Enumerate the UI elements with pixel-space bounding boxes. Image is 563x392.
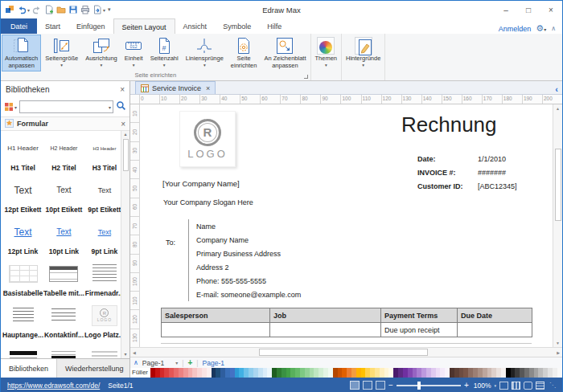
- library-item-h3-titel[interactable]: H3 HeaderH3 Titel: [84, 133, 121, 174]
- search-dropdown-icon[interactable]: ▾: [109, 104, 111, 110]
- scrollbar-thumb[interactable]: [123, 139, 129, 171]
- print-button[interactable]: [80, 5, 90, 14]
- resize-grip[interactable]: ⋱: [549, 382, 556, 389]
- close-document-icon[interactable]: ×: [206, 84, 210, 92]
- edraw-logo-icon[interactable]: [5, 5, 14, 14]
- maximize-button[interactable]: □: [517, 1, 540, 18]
- logo-placeholder[interactable]: R LOGO: [179, 111, 236, 167]
- sidebar-scrollbar[interactable]: ▴ ▾: [121, 131, 129, 358]
- invoice-meta[interactable]: Date:1/1/2010INVOICE #:#######Customer I…: [417, 152, 517, 193]
- ribbon-button-seitenzahl[interactable]: #Seitenzahl▾: [147, 35, 182, 71]
- ribbon-button-ausrichtung[interactable]: Ausrichtung▾: [82, 35, 121, 71]
- menu-tab-symbole[interactable]: Symbole: [215, 18, 259, 34]
- view-normal-icon[interactable]: [350, 381, 360, 390]
- recipient-address-block[interactable]: NameCompany NamePrimary Business Address…: [188, 219, 301, 301]
- export-button[interactable]: ▾: [92, 5, 105, 14]
- horizontal-scrollbar[interactable]: ◀ ▶: [130, 347, 562, 357]
- minimize-button[interactable]: –: [495, 1, 517, 18]
- collapse-right-panel-icon[interactable]: ‹: [555, 84, 562, 94]
- library-item-9pt-link[interactable]: Text9pt Link: [84, 216, 121, 258]
- library-item-12pt-link[interactable]: Text12pt Link: [2, 216, 43, 258]
- scroll-down-icon[interactable]: ▼: [556, 339, 560, 347]
- invoice-title[interactable]: Rechnung: [401, 112, 497, 137]
- company-name-text[interactable]: [Your Company Name]: [162, 179, 240, 188]
- library-item-12pt-etikett[interactable]: Text12pt Etikett: [2, 174, 43, 216]
- scroll-up-icon[interactable]: ▲: [556, 104, 560, 112]
- library-item-10pt-link[interactable]: Text10pt Link: [43, 216, 84, 258]
- ribbon-button-liniensprünge[interactable]: Liniensprünge▾: [183, 35, 227, 71]
- ribbon-button-themen[interactable]: Themen▾: [312, 35, 341, 71]
- document-tab[interactable]: Service Invoice ×: [135, 81, 216, 94]
- website-link[interactable]: https://www.edrawsoft.com/de/: [7, 382, 100, 390]
- page-selector[interactable]: Page-1▾: [142, 359, 178, 367]
- library-item-h1-titel[interactable]: H1 HeaderH1 Titel: [2, 133, 43, 174]
- open-button[interactable]: [56, 5, 66, 14]
- zoom-out-button[interactable]: −: [388, 381, 393, 390]
- settings-gear-icon[interactable]: ⚙▾: [536, 23, 546, 34]
- close-library-icon[interactable]: ×: [121, 120, 125, 129]
- ribbon-button-seite-einrichten[interactable]: Seiteeinrichten: [228, 35, 261, 71]
- library-item-firmenadr[interactable]: Firmenadr...: [84, 258, 121, 300]
- ribbon-button-an-zeichenblatt-anpassen[interactable]: An Zeichenblattanpassen: [261, 35, 309, 71]
- menu-tab-ansicht[interactable]: Ansicht: [175, 18, 216, 34]
- close-button[interactable]: ×: [540, 1, 562, 18]
- zoom-slider[interactable]: [397, 385, 461, 386]
- add-page-button[interactable]: +: [188, 358, 193, 367]
- menu-tab-start[interactable]: Start: [37, 18, 68, 34]
- palette-swatch[interactable]: [557, 368, 562, 378]
- ribbon-button-automatisch-anpassen[interactable]: Automatischanpassen: [2, 35, 41, 71]
- menu-tab-hilfe[interactable]: Hilfe: [259, 18, 290, 34]
- library-item-hauptange[interactable]: Hauptange...: [2, 300, 43, 341]
- view-presentation-icon[interactable]: [376, 381, 385, 390]
- ribbon-button-einheit[interactable]: 012Einheit▾: [121, 35, 146, 71]
- library-picker-icon[interactable]: ▾: [4, 102, 17, 112]
- scrollbar-thumb[interactable]: [259, 349, 428, 356]
- library-item-kontaktinf[interactable]: Kontaktinf...: [43, 300, 84, 341]
- panel-tab-wiederherstellung[interactable]: Wiederherstellung: [57, 359, 133, 378]
- vertical-scrollbar[interactable]: ▲ ▼: [553, 104, 562, 347]
- library-item[interactable]: [43, 341, 84, 358]
- search-icon[interactable]: [116, 100, 126, 114]
- zoom-in-button[interactable]: +: [464, 381, 469, 390]
- ribbon-button-hintergründe[interactable]: Hintergründe▾: [343, 35, 384, 71]
- library-item[interactable]: [2, 341, 43, 358]
- library-search-input[interactable]: [19, 100, 113, 113]
- page-tab[interactable]: Page-1: [203, 359, 224, 367]
- company-slogan-text[interactable]: Your Company Slogan Here: [163, 198, 253, 206]
- library-item-h2-titel[interactable]: H2 HeaderH2 Titel: [43, 133, 84, 174]
- menu-tab-datei[interactable]: Datei: [1, 18, 37, 34]
- undo-button[interactable]: ▾: [17, 5, 30, 14]
- library-item-9pt-etikett[interactable]: Text9pt Etikett: [84, 174, 121, 216]
- scroll-right-icon[interactable]: ▶: [554, 349, 562, 357]
- collapse-pagebar-icon[interactable]: ∧: [134, 359, 138, 366]
- library-item-logo-platz[interactable]: RLOGOLogo Platz...: [84, 300, 121, 341]
- customize-toolbar-icon[interactable]: ▾: [108, 6, 111, 13]
- scroll-down-icon[interactable]: ▾: [124, 351, 126, 358]
- save-button[interactable]: [68, 5, 78, 14]
- library-item-10pt-etikett[interactable]: Text10pt Etikett: [43, 174, 84, 216]
- collapse-ribbon-icon[interactable]: ∧: [551, 25, 556, 32]
- to-label[interactable]: To:: [166, 239, 175, 247]
- library-item-tabelle-mit[interactable]: Tabelle mit...: [43, 258, 84, 300]
- zoom-dropdown-icon[interactable]: ▾: [494, 383, 496, 388]
- menu-tab-seiten-layout[interactable]: Seiten Layout: [113, 18, 175, 34]
- scroll-left-icon[interactable]: ◀: [130, 349, 138, 357]
- fit-page-icon[interactable]: [499, 382, 508, 390]
- scrollbar-thumb[interactable]: [555, 149, 561, 221]
- new-page-button[interactable]: [44, 5, 54, 14]
- grid-view-icon[interactable]: [536, 382, 545, 390]
- signin-link[interactable]: Anmelden: [499, 25, 532, 33]
- ribbon-button-seitengröße[interactable]: Seitengröße▾: [42, 35, 81, 71]
- library-item-basistabelle[interactable]: Basistabelle: [2, 258, 43, 300]
- invoice-table[interactable]: SalespersonJobPayment TermsDue Date Due …: [161, 308, 532, 337]
- dialog-launcher-icon[interactable]: [304, 75, 308, 79]
- zoom-area-icon[interactable]: [524, 382, 532, 390]
- redo-button[interactable]: [32, 5, 42, 14]
- zoom-slider-thumb[interactable]: [417, 382, 421, 390]
- close-panel-icon[interactable]: ×: [120, 85, 125, 94]
- library-item[interactable]: [84, 341, 121, 358]
- scroll-up-icon[interactable]: ▴: [124, 131, 126, 138]
- panel-tab-bibliotheken[interactable]: Bibliotheken: [1, 359, 57, 378]
- zoom-level[interactable]: 100%: [474, 382, 491, 390]
- fit-width-icon[interactable]: [512, 382, 520, 390]
